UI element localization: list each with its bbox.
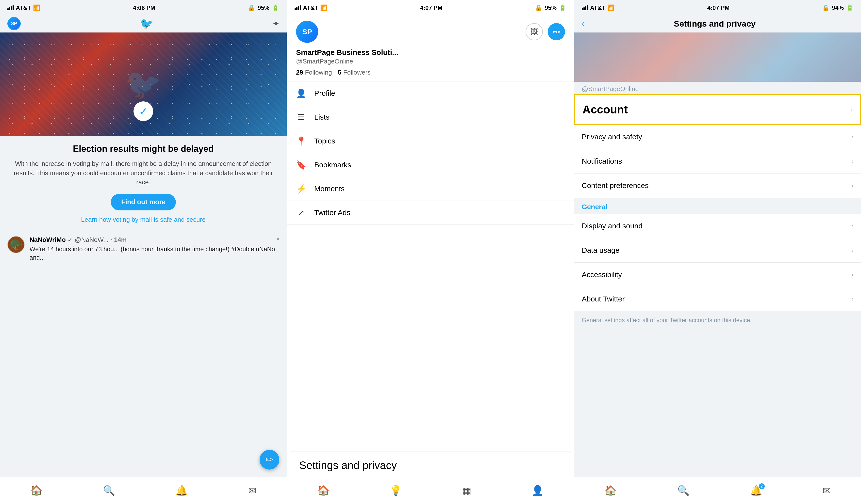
tab-home-3[interactable]: 🏠 [605,485,617,496]
settings-item-about[interactable]: About Twitter › [574,287,861,311]
battery-icon-1: 🔋 [272,4,279,11]
tab-qr-2[interactable]: ▦ [462,485,472,496]
bookmarks-icon: 🔖 [296,160,306,170]
settings-item-display[interactable]: Display and sound › [574,214,861,238]
signal-bar-2 [9,8,10,10]
bottom-tab-bar-3: 🏠 🔍 🔔 2 ✉ [574,477,861,504]
more-icon: ••• [552,28,560,36]
settings-item-notifications[interactable]: Notifications › [574,149,861,173]
tab-notifications-1[interactable]: 🔔 [176,485,188,496]
feed-card-title: Election results might be delayed [10,143,277,154]
settings-item-privacy[interactable]: Privacy and safety › [574,125,861,149]
settings-item-accessibility[interactable]: Accessibility › [574,263,861,287]
lists-icon: ☰ [296,112,306,122]
display-label: Display and sound [582,222,643,230]
account-label: Account [583,103,628,116]
battery-icon-2: 🔋 [559,4,566,11]
settings-bg-image [574,32,861,82]
tab-search-3[interactable]: 🔍 [677,485,689,496]
status-right-1: 🔒 95% 🔋 [248,4,279,11]
menu-profile-icons: 🖼 ••• [525,23,565,40]
menu-label-profile: Profile [314,89,335,97]
tweet-handle: ✓ @NaNoW... [68,236,109,243]
account-item-wrapper: Account › [574,94,861,125]
lock-icon-2: 🔒 [535,4,542,11]
settings-item-data[interactable]: Data usage › [574,238,861,263]
twitter-ads-icon: ↗ [296,208,306,218]
settings-general-section: Display and sound › Data usage › Accessi… [574,214,861,311]
notification-badge: 2 [759,483,765,489]
tab-messages-1[interactable]: ✉ [248,485,257,496]
tab-home-2[interactable]: 🏠 [317,485,329,496]
tab-bulb-2[interactable]: 💡 [390,485,402,496]
tweet-body: We're 14 hours into our 73 hou... (bonus… [29,245,279,262]
carrier-2: AT&T [303,4,318,11]
more-options-btn[interactable]: ••• [548,23,565,40]
profile-photo-btn[interactable]: 🖼 [525,23,543,40]
carrier-3: AT&T [590,4,605,11]
menu-label-bookmarks: Bookmarks [314,161,351,169]
status-bar-2: AT&T 📶 4:07 PM 🔒 95% 🔋 [287,0,574,15]
battery-3: 94% [832,4,844,11]
menu-label-settings: Settings and privacy [299,459,397,472]
feed-card: Election results might be delayed With t… [0,136,287,231]
settings-username: @SmartPageOnline [574,82,861,94]
menu-item-moments[interactable]: ⚡ Moments [287,177,574,201]
menu-profile-top: SP 🖼 ••• [296,21,565,43]
sparkle-icon[interactable]: ✦ [272,19,279,29]
find-out-more-button[interactable]: Find out more [111,194,176,210]
panel-menu: AT&T 📶 4:07 PM 🔒 95% 🔋 SP 🖼 ••• SmartPag… [287,0,574,504]
status-bar-1: AT&T 📶 4:06 PM 🔒 95% 🔋 [0,0,287,15]
time-1: 4:06 PM [133,4,155,11]
back-button[interactable]: ‹ [582,18,585,29]
settings-footer: General settings affect all of your Twit… [574,311,861,329]
menu-item-twitter-ads[interactable]: ↗ Twitter Ads [287,201,574,225]
tab-home-1[interactable]: 🏠 [30,485,43,496]
battery-icon-3: 🔋 [846,4,853,11]
display-chevron: › [851,222,853,230]
tab-messages-3[interactable]: ✉ [823,485,831,496]
signal-bar-4 [13,5,14,10]
privacy-chevron: › [851,133,853,141]
lock-icon-3: 🔒 [822,4,830,11]
settings-item-account[interactable]: Account › [575,95,860,124]
menu-avatar[interactable]: SP [296,21,318,43]
time-3: 4:07 PM [707,4,730,11]
menu-item-settings[interactable]: Settings and privacy [290,451,571,479]
notifications-chevron: › [851,157,853,165]
accessibility-chevron: › [851,271,853,279]
carrier-1: AT&T [16,4,31,11]
bottom-tab-bar-1: 🏠 🔍 🔔 ✉ [0,477,287,504]
image-twitter-logo: 🐦 [125,67,162,102]
status-left-1: AT&T 📶 [8,4,40,11]
menu-item-lists[interactable]: ☰ Lists [287,105,574,129]
menu-item-profile[interactable]: 👤 Profile [287,82,574,105]
panel-settings: AT&T 📶 4:07 PM 🔒 94% 🔋 ‹ Settings and pr… [574,0,861,504]
settings-content: @SmartPageOnline Account › Privacy and s… [574,82,861,504]
tweet-avatar: 🪖 [8,236,25,253]
avatar[interactable]: SP [8,17,21,30]
signal-bar-1 [8,9,9,10]
feed-hero-image: 🐦 ✓ [0,32,287,136]
menu-display-name: SmartPage Business Soluti... [296,48,565,57]
tab-notifications-3[interactable]: 🔔 2 [750,485,762,496]
feed-card-body: With the increase in voting by mail, the… [10,159,277,187]
general-section-header: General [574,198,861,214]
tweet-header: NaNoWriMo ✓ @NaNoW... · 14m ▾ [29,236,279,243]
menu-item-topics[interactable]: 📍 Topics [287,129,574,153]
tab-search-1[interactable]: 🔍 [103,485,115,496]
followers-count: 5 Followers [338,69,371,76]
notifications-label: Notifications [582,157,622,165]
compose-fab[interactable]: ✏ [260,450,279,470]
learn-link[interactable]: Learn how voting by mail is safe and sec… [10,216,277,223]
status-left-3: AT&T 📶 [582,4,615,11]
tweet-display-name: NaNoWriMo [29,236,66,243]
panel-feed: AT&T 📶 4:06 PM 🔒 95% 🔋 SP 🐦 ✦ 🐦 ✓ Electi… [0,0,287,504]
data-chevron: › [851,246,853,254]
accessibility-label: Accessibility [582,270,622,279]
content-label: Content preferences [582,181,649,190]
tab-profile-2[interactable]: 👤 [532,485,544,496]
settings-item-content[interactable]: Content preferences › [574,173,861,198]
status-bar-3: AT&T 📶 4:07 PM 🔒 94% 🔋 [574,0,861,15]
menu-item-bookmarks[interactable]: 🔖 Bookmarks [287,153,574,177]
